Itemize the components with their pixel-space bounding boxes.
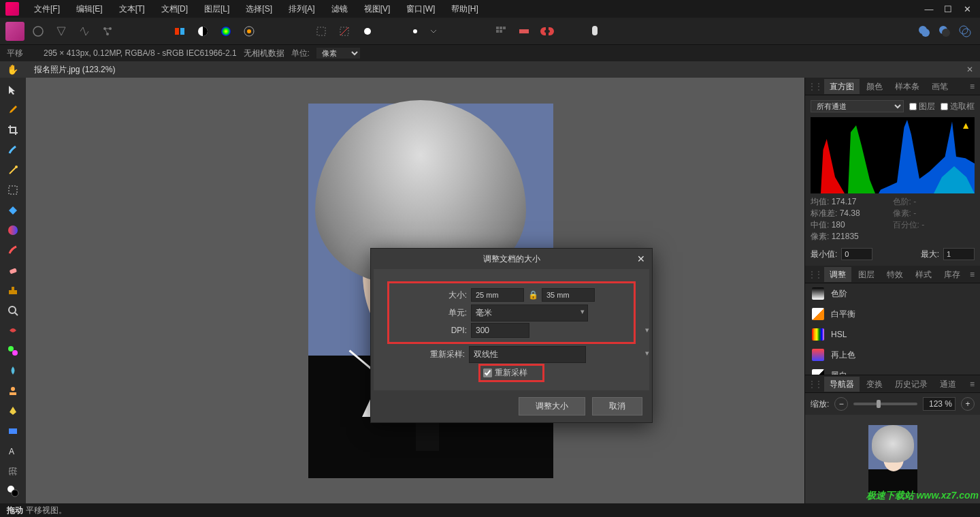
zoom-slider[interactable] [853, 403, 917, 405]
lock-aspect-icon[interactable]: 🔒 [527, 290, 539, 300]
panel-menu-icon[interactable]: ≡ [967, 270, 977, 279]
text-tool-icon[interactable]: A [6, 444, 20, 457]
magic-wand-tool-icon[interactable] [6, 163, 20, 176]
tab-brushes[interactable]: 画笔 [926, 79, 953, 94]
marquee-tool-icon[interactable] [6, 183, 20, 196]
tab-color[interactable]: 颜色 [861, 79, 888, 94]
boolean-add-icon[interactable] [915, 22, 934, 41]
rectangle-tool-icon[interactable] [6, 424, 20, 437]
channel-select[interactable]: 所有通道 [811, 100, 904, 112]
width-input[interactable] [471, 288, 524, 302]
zoom-in-button[interactable]: + [961, 397, 975, 411]
resample-method-select[interactable]: 双线性 [469, 346, 586, 363]
panel-menu-icon[interactable]: ≡ [967, 379, 977, 389]
boolean-intersect-icon[interactable] [956, 22, 975, 41]
resize-button[interactable]: 调整大小 [519, 397, 585, 416]
minimize-icon[interactable]: — [924, 4, 934, 14]
menu-edit[interactable]: 编辑[E] [68, 3, 111, 15]
soft-proof-icon[interactable] [240, 22, 259, 41]
panel-handle-icon[interactable]: ⋮⋮ [808, 270, 821, 279]
tone-map-icon[interactable] [75, 22, 94, 41]
panel-handle-icon[interactable]: ⋮⋮ [808, 82, 821, 91]
develop-persona-icon[interactable] [52, 22, 71, 41]
document-tab[interactable]: 报名照片.jpg (123.2%) [27, 64, 122, 76]
menu-view[interactable]: 视图[V] [356, 3, 399, 15]
color-picker-tool-icon[interactable] [6, 103, 20, 116]
inpainting-tool-icon[interactable] [6, 324, 20, 337]
quick-mask-icon[interactable] [406, 22, 425, 41]
export-persona-icon[interactable] [98, 22, 117, 41]
tab-navigator[interactable]: 导航器 [824, 377, 860, 392]
adjustment-hsl[interactable]: HSL [805, 324, 980, 345]
dialog-close-icon[interactable]: ✕ [637, 253, 645, 264]
gradient-tool-icon[interactable] [6, 223, 20, 236]
maximize-icon[interactable]: ☐ [943, 4, 953, 14]
dropdown-icon[interactable] [429, 22, 438, 41]
height-input[interactable] [542, 288, 595, 302]
selection-checkbox[interactable]: 选取框 [941, 101, 975, 112]
color-chooser-icon[interactable] [170, 22, 189, 41]
persona-icon[interactable] [5, 22, 24, 41]
erase-tool-icon[interactable] [6, 264, 20, 277]
crop-tool-icon[interactable] [6, 123, 20, 136]
menu-file[interactable]: 文件[F] [26, 3, 68, 15]
menu-select[interactable]: 选择[S] [238, 3, 280, 15]
brush-tool-icon[interactable] [6, 143, 20, 156]
mesh-warp-tool-icon[interactable] [6, 465, 20, 477]
tab-history[interactable]: 历史记录 [889, 377, 933, 392]
tab-styles[interactable]: 样式 [910, 267, 937, 282]
adjustment-white-balance[interactable]: 白平衡 [805, 304, 980, 324]
zoom-tool-icon[interactable] [6, 304, 20, 317]
canvas-area[interactable]: 调整文档的大小 ✕ 大小: 🔒 单元: 毫米 DPI: [26, 78, 804, 503]
tab-stock[interactable]: 库存 [938, 267, 966, 282]
tab-transform[interactable]: 变换 [861, 377, 888, 392]
clone-tool-icon[interactable] [6, 284, 20, 297]
guides-icon[interactable] [514, 22, 534, 41]
contrast-icon[interactable] [193, 22, 212, 41]
close-icon[interactable]: ✕ [962, 4, 972, 14]
tab-layers[interactable]: 图层 [853, 267, 880, 282]
navigator-preview[interactable]: 极速下载站 www.xz7.com [805, 415, 980, 503]
dpi-input[interactable]: 300 [471, 323, 529, 338]
tab-histogram[interactable]: 直方图 [824, 79, 860, 94]
zoom-value[interactable]: 123 % [923, 397, 956, 411]
pen-tool-icon[interactable] [6, 405, 20, 418]
cancel-button[interactable]: 取消 [592, 397, 642, 416]
foreground-background-icon[interactable] [6, 484, 20, 497]
deselect-icon[interactable] [335, 22, 354, 41]
menu-document[interactable]: 文档[D] [153, 3, 196, 15]
close-tab-icon[interactable]: ✕ [960, 65, 980, 74]
adjustment-recolor[interactable]: 再上色 [805, 345, 980, 365]
paint-brush-tool-icon[interactable] [6, 244, 20, 257]
unit-select[interactable]: 像素 [316, 48, 360, 59]
menu-window[interactable]: 窗口[W] [398, 3, 443, 15]
dialog-titlebar[interactable]: 调整文档的大小 ✕ [371, 249, 652, 269]
menu-arrange[interactable]: 排列[A] [280, 3, 323, 15]
panel-menu-icon[interactable]: ≡ [967, 82, 977, 91]
flood-fill-tool-icon[interactable] [6, 204, 20, 217]
mixer-brush-tool-icon[interactable] [6, 344, 20, 357]
resample-checkbox[interactable] [483, 369, 492, 377]
grid-icon[interactable] [491, 22, 510, 41]
tab-channels[interactable]: 通道 [934, 377, 962, 392]
adjustment-bw[interactable]: 黑白 [805, 365, 980, 375]
boolean-subtract-icon[interactable] [935, 22, 954, 41]
healing-brush-tool-icon[interactable] [6, 384, 20, 397]
panel-handle-icon[interactable]: ⋮⋮ [808, 379, 821, 389]
adjustment-levels[interactable]: 色阶 [805, 283, 980, 304]
liquify-persona-icon[interactable] [29, 22, 48, 41]
layer-checkbox[interactable]: 图层 [909, 101, 935, 112]
min-input[interactable] [841, 248, 872, 260]
snapping-icon[interactable] [538, 22, 557, 41]
tab-swatches[interactable]: 样本条 [889, 79, 925, 94]
hue-wheel-icon[interactable] [216, 22, 235, 41]
tab-adjustments[interactable]: 调整 [824, 267, 851, 282]
menu-filters[interactable]: 滤镜 [323, 3, 356, 15]
refine-selection-icon[interactable] [358, 22, 377, 41]
menu-layer[interactable]: 图层[L] [196, 3, 238, 15]
move-tool-icon[interactable] [6, 83, 20, 96]
tab-effects[interactable]: 特效 [881, 267, 909, 282]
assistant-icon[interactable] [585, 22, 604, 41]
unit-select[interactable]: 毫米 [471, 304, 588, 322]
menu-text[interactable]: 文本[T] [111, 3, 153, 15]
